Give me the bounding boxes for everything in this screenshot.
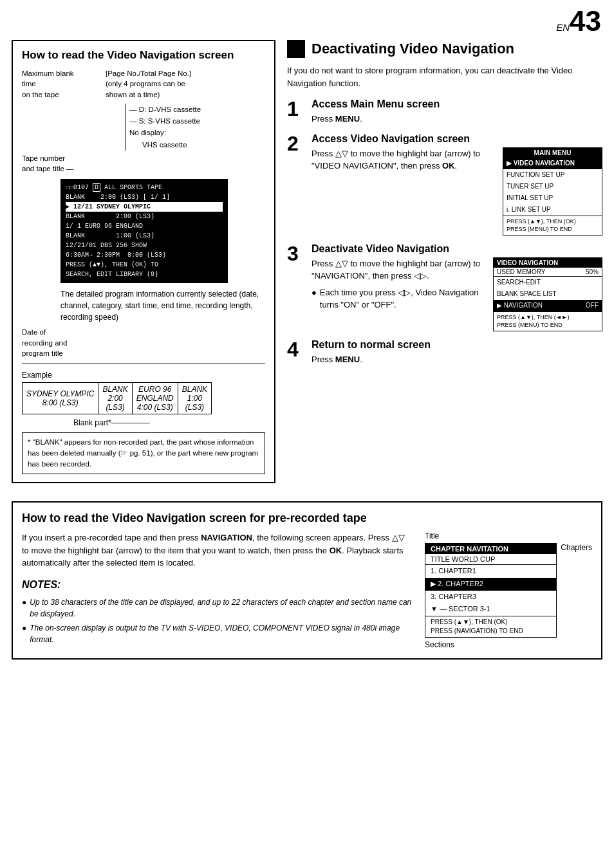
bottom-title: How to read the Video Navigation screen … — [22, 512, 592, 525]
ex-cell-4: BLANK1:00(LS3) — [178, 382, 211, 414]
footnote-box: * "BLANK" appears for non-recorded part,… — [22, 432, 265, 475]
example-label: Example — [22, 371, 265, 380]
vhs-line-2: BLANK 2:00 (LS3) [ 1/ 1] — [66, 192, 223, 202]
nav-item-blank-space: BLANK SPACE LIST — [494, 288, 602, 300]
step-2-heading: Access Video Navigation screen — [312, 133, 602, 145]
cassette-type-labels: — D: D-VHS cassette — S: S-VHS cassette … — [125, 104, 201, 151]
main-menu-footer: PRESS (▲▼), THEN (OK)PRESS (MENU) TO END — [503, 216, 602, 235]
vhs-line-9: PRESS (▲▼), THEN (OK) TO — [66, 260, 223, 270]
blank-part-label: Blank part*————— — [73, 418, 150, 427]
step-3-heading: Deactivate Video Navigation — [312, 243, 602, 255]
step-4-content: Return to normal screen Press MENU. — [312, 339, 602, 366]
step-2-number: 2 — [287, 133, 305, 154]
vhs-line-6: BLANK 1:00 (LS3) — [66, 231, 223, 241]
menu-item-tuner-setup: TUNER SET UP — [503, 181, 602, 192]
intro-text: If you do not want to store program info… — [287, 64, 602, 89]
example-row: SYDNEY OLYMPIC8:00 (LS3) BLANK2:00(LS3) … — [23, 382, 212, 414]
menu-item-link-setup: i. LINK SET UP — [503, 204, 602, 216]
diagram-top-row: Maximum blank timeon the tape [Page No./… — [22, 68, 265, 99]
step-1-body: Press MENU. — [312, 113, 602, 125]
bottom-intro: If you insert a pre-recorded tape and th… — [22, 531, 412, 569]
notes-title: NOTES: — [22, 577, 412, 593]
chapter-item-1: 1. CHAPTER1 — [425, 565, 556, 578]
main-content: How to read the Video Navigation screen … — [0, 40, 614, 492]
vhs-line-7: 12/21/01 DBS 256 SHOW — [66, 241, 223, 250]
step-1: 1 Access Main Menu screen Press MENU. — [287, 98, 602, 125]
chapter-box: CHAPTER NAVITATION TITLE WORLD CUP 1. CH… — [425, 543, 557, 637]
cassette-labels-row: — D: D-VHS cassette — S: S-VHS cassette … — [22, 104, 265, 151]
menu-item-initial-setup: INITIAL SET UP — [503, 192, 602, 204]
how-to-title: How to read the Video Navigation screen — [22, 49, 265, 62]
step-2-text: Press △▽ to move the highlight bar (arro… — [312, 147, 495, 172]
bottom-right: Title CHAPTER NAVITATION TITLE WORLD CUP… — [425, 531, 592, 649]
chapter-header: CHAPTER NAVITATION — [425, 544, 556, 554]
detail-description: The detailed program information current… — [60, 288, 265, 323]
blank-part-row: Blank part*————— — [22, 418, 265, 427]
black-square-icon — [287, 40, 305, 58]
bottom-left: If you insert a pre-recorded tape and th… — [22, 531, 412, 649]
step-3-number: 3 — [287, 243, 305, 264]
step-2: 2 Access Video Navigation screen Press △… — [287, 133, 602, 235]
max-blank-label: Maximum blank timeon the tape — [22, 68, 86, 99]
right-column: Deactivating Video Navigation If you do … — [287, 40, 602, 492]
step-3: 3 Deactivate Video Navigation Press △▽ t… — [287, 243, 602, 331]
step-4-heading: Return to normal screen — [312, 339, 602, 351]
date-recording-label: Date ofrecording andprogram title — [22, 327, 265, 358]
section-title: Deactivating Video Navigation — [312, 41, 514, 57]
vhs-line-10: SEARCH, EDIT LIBRARY (0) — [66, 270, 223, 279]
step-2-inner: Press △▽ to move the highlight bar (arro… — [312, 147, 602, 235]
chapter-item-sector: ▼ — SECTOR 3-1 — [425, 603, 556, 616]
step-1-heading: Access Main Menu screen — [312, 98, 602, 110]
nav-item-navigation: ▶ NAVIGATIONOFF — [494, 300, 602, 311]
page-header: EN43 — [0, 0, 614, 40]
main-menu-header: MAIN MENU — [503, 148, 602, 158]
step-2-content: Access Video Navigation screen Press △▽ … — [312, 133, 602, 235]
vhs-line-4: BLANK 2:00 (LS3) — [66, 212, 223, 221]
step-4-number: 4 — [287, 339, 305, 360]
bottom-inner: If you insert a pre-recorded tape and th… — [22, 531, 592, 649]
nav-menu-header: VIDEO NAVIGATION — [494, 258, 602, 268]
left-column: How to read the Video Navigation screen … — [12, 40, 275, 492]
chapters-side-label: Chapters — [557, 531, 592, 649]
menu-item-function-setup: FUNCTION SET UP — [503, 169, 602, 181]
chapter-layout: Title CHAPTER NAVITATION TITLE WORLD CUP… — [425, 531, 592, 649]
nav-menu-box: VIDEO NAVIGATION USED MEMORY50% SEARCH-E… — [493, 257, 602, 331]
tape-number-label: Tape numberand tape title — — [22, 153, 265, 174]
used-memory-row: USED MEMORY50% — [494, 268, 602, 277]
chapter-item-3: 3. CHAPTER3 — [425, 591, 556, 604]
en-label: EN — [556, 22, 570, 33]
notes-section: NOTES: Up to 38 characters of the title … — [22, 577, 412, 645]
menu-item-video-nav: ▶ VIDEO NAVIGATION — [503, 158, 602, 169]
chapter-item-2-selected: ▶ 2. CHAPTER2 — [425, 578, 556, 591]
divider — [22, 364, 265, 364]
step-4: 4 Return to normal screen Press MENU. — [287, 339, 602, 366]
step-1-number: 1 — [287, 98, 305, 119]
chapter-box-wrapper: Title CHAPTER NAVITATION TITLE WORLD CUP… — [425, 531, 557, 649]
step-3-content: Deactivate Video Navigation Press △▽ to … — [312, 243, 602, 331]
page-no-label: [Page No./Total Page No.](only 4 program… — [106, 68, 215, 99]
vhs-line-3-highlighted: ▶ 12/21 SYDNEY OLYMPIC — [66, 202, 223, 212]
bottom-section: How to read the Video Navigation screen … — [12, 501, 602, 659]
notes-item-2: The on-screen display is output to the T… — [22, 622, 412, 645]
vhs-line-1: ☐☐0107 D ALL SPORTS TAPE — [66, 183, 223, 192]
ex-cell-2: BLANK2:00(LS3) — [98, 382, 132, 414]
step-3-inner: Press △▽ to move the highlight bar (arro… — [312, 257, 602, 331]
chapters-label: Chapters — [561, 543, 592, 552]
step-3-text: Press △▽ to move the highlight bar (arro… — [312, 257, 485, 311]
example-table: SYDNEY OLYMPIC8:00 (LS3) BLANK2:00(LS3) … — [22, 382, 212, 414]
tape-label-spacer — [22, 104, 86, 151]
chapter-footer: PRESS (▲▼), THEN (OK)PRESS (NAVIGATION) … — [425, 616, 556, 637]
nav-menu-footer: PRESS (▲▼), THEN (◄►)PRESS (MENU) TO END — [494, 311, 602, 331]
vhs-line-8: 6:30AM→ 2:30PM 8:00 (LS3) — [66, 250, 223, 260]
nav-item-search-edit: SEARCH-EDIT — [494, 277, 602, 288]
main-menu-box: MAIN MENU ▶ VIDEO NAVIGATION FUNCTION SE… — [503, 147, 602, 235]
step-1-content: Access Main Menu screen Press MENU. — [312, 98, 602, 125]
step-3-bullet: Each time you press ◁▷, Video Navigation… — [312, 286, 485, 311]
sections-label: Sections — [425, 640, 557, 649]
ex-cell-3: EURO 96ENGLAND4:00 (LS3) — [132, 382, 178, 414]
page-number: 43 — [570, 5, 601, 37]
vhs-line-5: 1/ 1 EURO 96 ENGLAND — [66, 221, 223, 231]
ex-cell-1: SYDNEY OLYMPIC8:00 (LS3) — [23, 382, 98, 414]
chapter-title-row: TITLE WORLD CUP — [425, 554, 556, 565]
notes-item-1: Up to 38 characters of the title can be … — [22, 596, 412, 620]
